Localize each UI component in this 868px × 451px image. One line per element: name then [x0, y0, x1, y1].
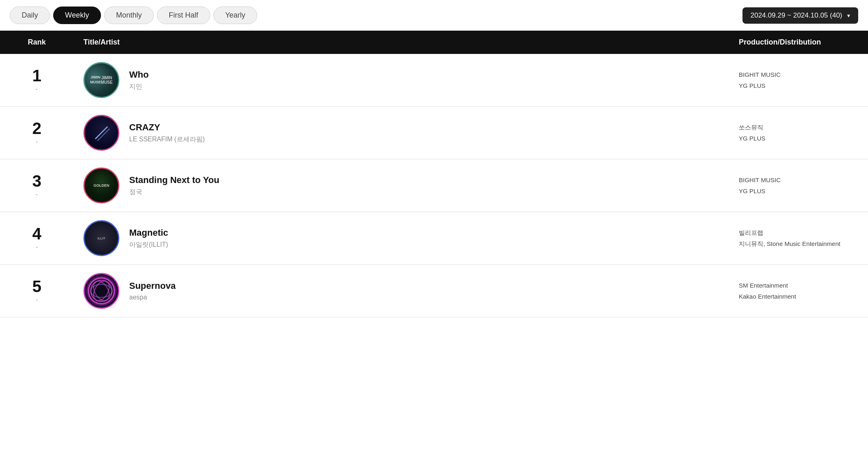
rank-column-header: Rank: [0, 31, 74, 54]
date-range-label: 2024.09.29 ~ 2024.10.05 (40): [751, 11, 843, 20]
title-artist-cell: JIMINMUSE Who 지민: [74, 54, 729, 107]
production-line: Kakao Entertainment: [739, 291, 858, 302]
production-cell: 쏘스뮤직YG PLUS: [729, 107, 868, 159]
rank-number: 2: [10, 120, 64, 136]
date-selector[interactable]: 2024.09.29 ~ 2024.10.05 (40) ▾: [742, 7, 859, 24]
song-artist: aespa: [129, 294, 176, 301]
rank-number: 5: [10, 278, 64, 295]
rank-cell-3: 3 -: [0, 159, 74, 212]
chevron-down-icon: ▾: [847, 12, 850, 19]
production-line: YG PLUS: [739, 80, 858, 91]
title-artist-cell: ILLIT Magnetic 아일릿(ILLIT): [74, 212, 729, 265]
song-info: Magnetic 아일릿(ILLIT): [129, 228, 168, 249]
album-art: JIMINMUSE: [83, 62, 119, 98]
song-info: Who 지민: [129, 69, 149, 91]
album-art: ILLIT: [83, 220, 119, 256]
title-cell: ILLIT Magnetic 아일릿(ILLIT): [83, 220, 719, 256]
svg-point-5: [91, 284, 112, 297]
title-cell: Supernova aespa: [83, 273, 719, 309]
top-bar: DailyWeeklyMonthlyFirst HalfYearly 2024.…: [0, 0, 868, 31]
production-line: 쏘스뮤직: [739, 122, 858, 133]
production-cell: 빌리프랩지니뮤직, Stone Music Entertainment: [729, 212, 868, 265]
title-artist-cell: GOLDEN Standing Next to You 정국: [74, 159, 729, 212]
production-line: YG PLUS: [739, 133, 858, 144]
table-row: 5 - Supernova aespa SM EntertainmentKaka…: [0, 265, 868, 317]
art-inner: [85, 274, 118, 308]
production-line: 빌리프랩: [739, 227, 858, 238]
song-title: Supernova: [129, 281, 176, 291]
song-title: Who: [129, 69, 149, 80]
rank-cell-2: 2 -: [0, 107, 74, 159]
title-artist-cell: Supernova aespa: [74, 265, 729, 317]
table-row: 2 - CRAZY LE SSERAFIM (르세라핌) 쏘스뮤직YG PLUS: [0, 107, 868, 159]
rank-number: 4: [10, 226, 64, 242]
title-artist-cell: CRAZY LE SSERAFIM (르세라핌): [74, 107, 729, 159]
svg-point-3: [90, 279, 112, 303]
song-artist: 아일릿(ILLIT): [129, 241, 168, 249]
rank-number: 3: [10, 173, 64, 189]
album-art: GOLDEN: [83, 167, 119, 203]
rank-number: 1: [10, 67, 64, 84]
filter-tabs: DailyWeeklyMonthlyFirst HalfYearly: [10, 7, 257, 24]
song-title: Standing Next to You: [129, 175, 219, 185]
svg-point-4: [90, 279, 112, 303]
production-cell: BIGHIT MUSICYG PLUS: [729, 54, 868, 107]
title-cell: JIMINMUSE Who 지민: [83, 62, 719, 98]
svg-point-2: [91, 280, 112, 301]
song-info: Supernova aespa: [129, 281, 176, 301]
title-cell: GOLDEN Standing Next to You 정국: [83, 167, 719, 203]
rank-change: -: [10, 296, 64, 304]
production-line: SM Entertainment: [739, 280, 858, 291]
rank-cell-1: 1 -: [0, 54, 74, 107]
production-column-header: Production/Distribution: [729, 31, 868, 54]
song-title: CRAZY: [129, 122, 205, 133]
art-inner: [85, 116, 118, 150]
table-row: 1 - JIMINMUSE Who 지민 BIGHIT MUSICYG PLUS: [0, 54, 868, 107]
song-info: Standing Next to You 정국: [129, 175, 219, 196]
production-line: BIGHIT MUSIC: [739, 174, 858, 185]
tab-weekly[interactable]: Weekly: [53, 7, 101, 24]
rank-change: -: [10, 191, 64, 198]
table-row: 4 - ILLIT Magnetic 아일릿(ILLIT) 빌리프랩지니뮤직, …: [0, 212, 868, 265]
song-info: CRAZY LE SSERAFIM (르세라핌): [129, 122, 205, 144]
song-artist: LE SSERAFIM (르세라핌): [129, 135, 205, 144]
album-art: [83, 273, 119, 309]
song-title: Magnetic: [129, 228, 168, 238]
rank-cell-4: 4 -: [0, 212, 74, 265]
art-inner: JIMINMUSE: [85, 63, 118, 97]
production-line: 지니뮤직, Stone Music Entertainment: [739, 238, 858, 249]
rank-cell-5: 5 -: [0, 265, 74, 317]
album-art: [83, 115, 119, 151]
rank-change: -: [10, 243, 64, 251]
title-artist-column-header: Title/Artist: [74, 31, 729, 54]
tab-first-half[interactable]: First Half: [157, 7, 210, 24]
tab-yearly[interactable]: Yearly: [213, 7, 257, 24]
tab-daily[interactable]: Daily: [10, 7, 50, 24]
table-row: 3 - GOLDEN Standing Next to You 정국 BIGHI…: [0, 159, 868, 212]
production-line: YG PLUS: [739, 185, 858, 196]
production-cell: SM EntertainmentKakao Entertainment: [729, 265, 868, 317]
song-artist: 지민: [129, 83, 149, 91]
production-cell: BIGHIT MUSICYG PLUS: [729, 159, 868, 212]
tab-monthly[interactable]: Monthly: [104, 7, 154, 24]
production-line: BIGHIT MUSIC: [739, 69, 858, 80]
song-artist: 정국: [129, 188, 219, 196]
rank-change: -: [10, 138, 64, 145]
art-inner: ILLIT: [85, 221, 118, 255]
art-inner: GOLDEN: [85, 169, 118, 202]
rank-change: -: [10, 85, 64, 93]
title-cell: CRAZY LE SSERAFIM (르세라핌): [83, 115, 719, 151]
chart-table: Rank Title/Artist Production/Distributio…: [0, 31, 868, 317]
table-header-row: Rank Title/Artist Production/Distributio…: [0, 31, 868, 54]
